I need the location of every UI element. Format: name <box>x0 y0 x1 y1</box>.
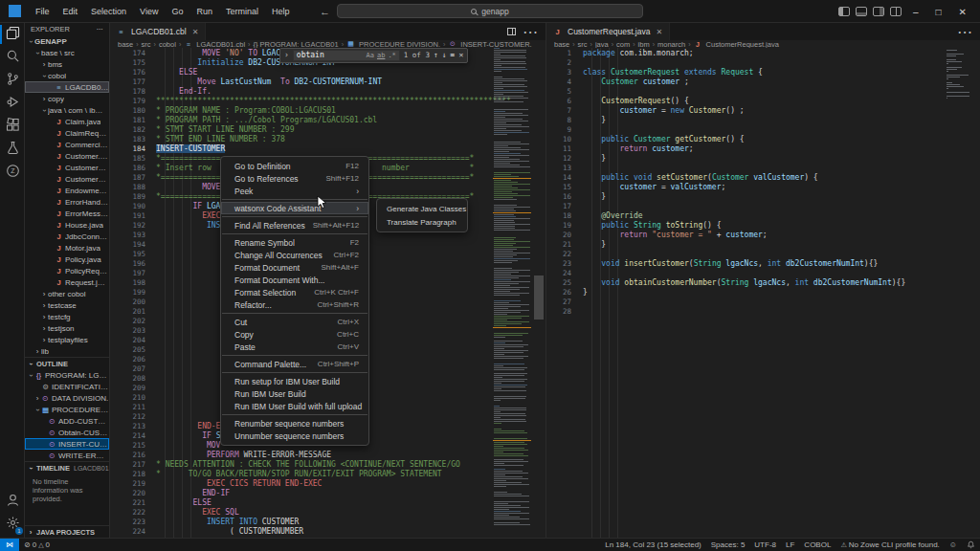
outline-item-identification[interactable]: ⚙IDENTIFICATION ... <box>25 381 109 392</box>
menu-item-unnumber-sequence-numbers[interactable]: Unnumber sequence numbers <box>221 430 368 442</box>
menu-item-format-document[interactable]: Format DocumentShift+Alt+F <box>221 261 368 274</box>
breadcrumb-item[interactable]: src <box>578 40 588 48</box>
split-editor-icon[interactable] <box>507 28 516 35</box>
outline-item-write-error[interactable]: ⊙WRITE-ERROR-... <box>25 450 109 461</box>
tree-item-bms[interactable]: ›bms <box>25 58 109 70</box>
status-spaces-5[interactable]: Spaces: 5 <box>706 540 750 549</box>
outline-item-add-customer[interactable]: ⊙ADD-CUSTOMER. <box>25 415 109 427</box>
tree-item-customersecure-ja[interactable]: JCustomerSecure.ja... <box>25 173 109 185</box>
tree-item-policyrequest-java[interactable]: JPolicyRequest.java <box>25 265 109 276</box>
status-lf[interactable]: LF <box>781 540 799 549</box>
tree-item-lgacdb01-cbl[interactable]: ≡LGACDB01.cbl <box>25 81 109 93</box>
breadcrumb-item[interactable]: base <box>118 40 133 48</box>
tree-item-testjson[interactable]: ›testjson <box>25 322 109 334</box>
breadcrumb-item[interactable]: cobol <box>159 40 176 48</box>
menu-item-renumber-sequence-numbers[interactable]: Renumber sequence numbers <box>221 417 368 430</box>
remote-indicator[interactable]: ⋈ <box>0 539 19 551</box>
tree-item-request-java[interactable]: JRequest.java <box>25 276 109 288</box>
tree-item-errormessage-java[interactable]: JErrorMessage.java <box>25 208 109 219</box>
explorer-more-icon[interactable]: ⋯ <box>97 25 104 33</box>
menu-selection[interactable]: Selection <box>84 4 133 19</box>
status-bell-icon[interactable] <box>962 540 980 549</box>
menu-item-watsonx-code-assistant[interactable]: watsonx Code Assistant› <box>221 202 368 214</box>
tree-item-testcase[interactable]: ›testcase <box>25 299 109 311</box>
tree-item-customer-java[interactable]: JCustomer.java <box>25 150 109 162</box>
tab-close-icon[interactable]: ✕ <box>656 28 662 36</box>
window-close-button[interactable]: ✕ <box>953 7 972 17</box>
tree-item-policy-java[interactable]: JPolicy.java <box>25 253 109 265</box>
tree-item-motor-java[interactable]: JMotor.java <box>25 242 109 253</box>
tree-item-commercial-java[interactable]: JCommercial.java <box>25 139 109 150</box>
toggle-panel-left-icon[interactable] <box>838 7 850 16</box>
activitybar-testing[interactable] <box>0 138 25 161</box>
breadcrumb-item[interactable]: ▦PROCEDURE DIVISION. <box>346 40 440 48</box>
timeline-section-header[interactable]: › TIMELINE LGACDB01.cbl <box>25 461 109 474</box>
tree-item-claimrequest-java[interactable]: JClaimRequest.java <box>25 127 109 139</box>
activitybar-run-debug[interactable] <box>0 92 25 115</box>
tree-item-customerrequest-j[interactable]: JCustomerRequest.j... <box>25 162 109 173</box>
tree-item-java-com-ibm-mo[interactable]: ›java \ com \ ibm \ mo... <box>25 104 109 116</box>
activitybar-explorer[interactable] <box>0 23 25 46</box>
window-maximize-button[interactable]: □ <box>930 7 947 17</box>
tree-item-other-cobol[interactable]: ›other cobol <box>25 288 109 299</box>
activitybar-source-control[interactable] <box>0 69 25 92</box>
toggle-panel-right-icon[interactable] <box>873 7 884 16</box>
search-input[interactable]: genapp <box>337 4 643 18</box>
find-toggle-replace-icon[interactable]: › <box>284 51 289 60</box>
menu-item-paste[interactable]: PasteCtrl+V <box>221 341 368 353</box>
breadcrumb-item[interactable]: JCustomerRequest.java <box>694 40 779 48</box>
toggle-panel-bottom-icon[interactable] <box>856 7 867 16</box>
status-cobol[interactable]: COBOL <box>799 540 835 549</box>
tree-item-errorhandler-java[interactable]: JErrorHandler.java <box>25 196 109 208</box>
tab-customerrequest[interactable]: J CustomerRequest.java ✕ <box>546 23 670 40</box>
menu-item-cut[interactable]: CutCtrl+X <box>221 316 368 328</box>
menu-view[interactable]: View <box>133 4 165 19</box>
breadcrumb-item[interactable]: src <box>142 40 151 48</box>
find-prev-icon[interactable]: ↑ <box>434 51 438 60</box>
menu-item-find-all-references[interactable]: Find All ReferencesShift+Alt+F12 <box>221 219 368 231</box>
window-minimize-button[interactable]: – <box>907 7 924 17</box>
find-in-selection-icon[interactable]: ≡ <box>451 51 456 60</box>
breadcrumb-item[interactable]: java <box>595 40 609 48</box>
menu-item-go-to-definition[interactable]: Go to DefinitionF12 <box>221 160 368 172</box>
outline-item-program-lgacd[interactable]: ›{}PROGRAM: LGACD... <box>25 369 109 381</box>
activitybar-search[interactable] <box>0 46 25 69</box>
tree-item-genapp[interactable]: ›GENAPP <box>25 35 109 47</box>
problems-indicator[interactable]: ⊘ 0 △ 0 <box>19 540 55 549</box>
customize-layout-icon[interactable] <box>890 7 902 16</box>
breadcrumb-item[interactable]: base <box>554 40 569 48</box>
activitybar-extensions[interactable] <box>0 115 25 138</box>
find-input[interactable]: obtain Aa ab .* <box>293 50 400 61</box>
menu-go[interactable]: Go <box>165 4 189 19</box>
regex-icon[interactable]: .* <box>388 51 395 60</box>
menu-terminal[interactable]: Terminal <box>219 4 265 19</box>
menu-help[interactable]: Help <box>265 4 297 19</box>
menu-item-command-palette[interactable]: Command Palette...Ctrl+Shift+P <box>221 358 368 370</box>
breadcrumb-item[interactable]: ⊙INSERT-CUSTOMER. <box>448 40 531 48</box>
find-close-icon[interactable]: ✕ <box>458 51 463 60</box>
breadcrumb-item[interactable]: ≡LGACDB01.cbl <box>184 40 245 48</box>
activitybar-account[interactable] <box>0 490 25 513</box>
outline-item-insert-custo[interactable]: ⊙INSERT-CUSTO... <box>25 438 109 450</box>
tree-item-testcfg[interactable]: ›testcfg <box>25 311 109 322</box>
tab-lgacdb01[interactable]: ≡ LGACDB01.cbl ✕ <box>110 23 206 40</box>
menu-item-run-setup-for-ibm-user-build[interactable]: Run setup for IBM User Build <box>221 375 368 387</box>
activitybar-settings[interactable]: 1 <box>0 513 25 536</box>
status-feedback-icon[interactable]: ☺ <box>945 540 962 549</box>
menu-item-refactor[interactable]: Refactor...Ctrl+Shift+R <box>221 298 368 311</box>
tree-item-copy[interactable]: ›copy <box>25 93 109 104</box>
menu-item-run-ibm-user-build[interactable]: Run IBM User Build <box>221 387 368 400</box>
breadcrumb-item[interactable]: ibm <box>638 40 650 48</box>
menu-item-peek[interactable]: Peek› <box>221 185 368 197</box>
editor-more-actions-icon[interactable]: ⋯ <box>523 23 538 41</box>
match-case-icon[interactable]: Aa <box>367 51 374 60</box>
status-no-zowe-cli-profile-foun[interactable]: ⚠No Zowe CLI profile found. <box>835 540 944 549</box>
whole-word-icon[interactable]: ab <box>377 51 385 60</box>
status-utf-8[interactable]: UTF-8 <box>749 540 781 549</box>
find-next-icon[interactable]: ↓ <box>442 51 447 60</box>
menu-item-rename-symbol[interactable]: Rename SymbolF2 <box>221 236 368 249</box>
tree-item-endowment-java[interactable]: JEndowment.java <box>25 185 109 196</box>
menu-item-change-all-occurrences[interactable]: Change All OccurrencesCtrl+F2 <box>221 249 368 261</box>
outline-item-procedure-divi[interactable]: ›▦PROCEDURE DIVI... <box>25 404 109 415</box>
menu-file[interactable]: File <box>29 4 56 19</box>
